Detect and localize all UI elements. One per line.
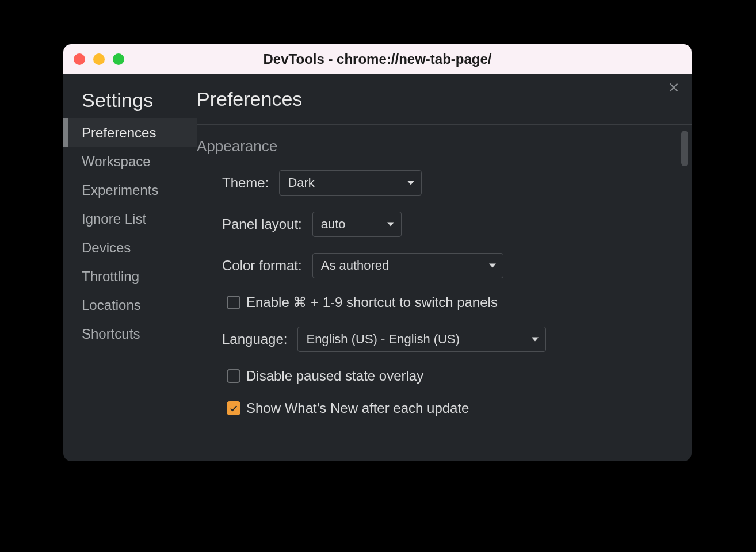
sidebar-item-experiments[interactable]: Experiments: [63, 176, 197, 205]
row-whats-new: Show What's New after each update: [227, 400, 692, 416]
label-whats-new: Show What's New after each update: [246, 400, 469, 416]
chevron-down-icon: [407, 181, 414, 185]
settings-main: Preferences Appearance Theme: Dark Panel…: [197, 74, 692, 461]
select-panel-layout-value: auto: [321, 217, 346, 232]
settings-sidebar: Settings Preferences Workspace Experimen…: [63, 74, 197, 461]
sidebar-item-shortcuts[interactable]: Shortcuts: [63, 320, 197, 348]
select-theme-value: Dark: [288, 175, 314, 190]
label-disable-overlay: Disable paused state overlay: [246, 368, 423, 384]
window-maximize-button[interactable]: [113, 53, 124, 65]
sidebar-item-label: Ignore List: [82, 211, 146, 227]
label-cmd-shortcut: Enable ⌘ + 1-9 shortcut to switch panels: [246, 294, 498, 310]
sidebar-item-label: Devices: [82, 240, 131, 256]
sidebar-item-throttling[interactable]: Throttling: [63, 262, 197, 291]
sidebar-item-preferences[interactable]: Preferences: [63, 118, 197, 147]
sidebar-item-label: Shortcuts: [82, 326, 140, 342]
content-area: Settings Preferences Workspace Experimen…: [63, 74, 692, 461]
sidebar-title: Settings: [63, 89, 197, 118]
section-title-appearance: Appearance: [197, 137, 692, 155]
sidebar-item-label: Preferences: [82, 125, 156, 141]
close-settings-button[interactable]: [667, 81, 680, 94]
sidebar-item-label: Workspace: [82, 154, 151, 170]
sidebar-item-locations[interactable]: Locations: [63, 291, 197, 320]
sidebar-item-label: Experiments: [82, 182, 158, 198]
row-cmd-shortcut: Enable ⌘ + 1-9 shortcut to switch panels: [227, 294, 692, 310]
label-theme: Theme:: [222, 175, 269, 191]
checkbox-whats-new[interactable]: [227, 401, 240, 415]
window-titlebar: DevTools - chrome://new-tab-page/: [63, 44, 692, 74]
window-title: DevTools - chrome://new-tab-page/: [63, 51, 692, 67]
row-disable-overlay: Disable paused state overlay: [227, 368, 692, 384]
select-language[interactable]: English (US) - English (US): [297, 327, 546, 352]
close-icon: [667, 81, 680, 94]
select-color-format-value: As authored: [321, 258, 390, 273]
select-panel-layout[interactable]: auto: [312, 212, 402, 237]
checkmark-icon: [229, 404, 238, 413]
chevron-down-icon: [489, 264, 496, 268]
checkbox-disable-overlay[interactable]: [227, 369, 240, 383]
sidebar-item-ignore-list[interactable]: Ignore List: [63, 205, 197, 233]
appearance-form: Theme: Dark Panel layout: auto: [197, 170, 692, 416]
chevron-down-icon: [387, 223, 394, 227]
page-title: Preferences: [197, 88, 692, 124]
row-panel-layout: Panel layout: auto: [222, 212, 692, 237]
window-close-button[interactable]: [74, 53, 85, 65]
label-panel-layout: Panel layout:: [222, 216, 302, 232]
row-color-format: Color format: As authored: [222, 253, 692, 278]
sidebar-item-label: Throttling: [82, 269, 139, 285]
traffic-lights: [74, 53, 124, 65]
sidebar-item-devices[interactable]: Devices: [63, 233, 197, 262]
label-color-format: Color format:: [222, 258, 302, 274]
label-language: Language:: [222, 331, 287, 347]
select-color-format[interactable]: As authored: [312, 253, 503, 278]
select-language-value: English (US) - English (US): [306, 332, 460, 347]
select-theme[interactable]: Dark: [279, 170, 422, 195]
sidebar-item-workspace[interactable]: Workspace: [63, 147, 197, 176]
devtools-settings-window: DevTools - chrome://new-tab-page/ Settin…: [63, 44, 692, 461]
scrollbar-thumb[interactable]: [681, 131, 688, 166]
row-theme: Theme: Dark: [222, 170, 692, 195]
row-language: Language: English (US) - English (US): [222, 327, 692, 352]
chevron-down-icon: [532, 338, 539, 342]
preferences-scroll: Appearance Theme: Dark Panel layout: aut…: [197, 124, 692, 461]
sidebar-item-label: Locations: [82, 297, 141, 313]
checkbox-cmd-shortcut[interactable]: [227, 296, 240, 309]
window-minimize-button[interactable]: [93, 53, 105, 65]
